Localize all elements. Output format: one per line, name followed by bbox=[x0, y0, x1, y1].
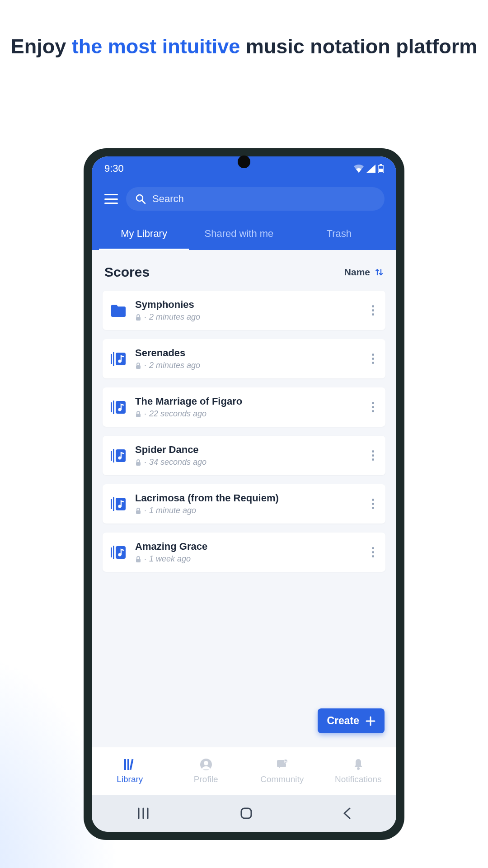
nav-community[interactable]: Community bbox=[244, 747, 320, 795]
item-body: The Marriage of Figaro·22 seconds ago bbox=[135, 396, 359, 419]
svg-point-38 bbox=[357, 767, 360, 770]
folder-icon bbox=[110, 302, 127, 319]
status-time: 9:30 bbox=[104, 163, 124, 175]
list-item[interactable]: Spider Dance·34 seconds ago bbox=[103, 436, 385, 475]
tab-trash[interactable]: Trash bbox=[289, 218, 389, 250]
signal-icon bbox=[366, 165, 375, 173]
section-title: Scores bbox=[104, 264, 150, 280]
item-body: Amazing Grace·1 week ago bbox=[135, 541, 359, 564]
item-time: 1 week ago bbox=[149, 554, 191, 564]
headline-part2: music notation platform bbox=[240, 35, 477, 58]
android-nav-bar bbox=[92, 795, 396, 832]
svg-rect-15 bbox=[136, 414, 141, 417]
sort-button[interactable]: Name bbox=[344, 267, 384, 278]
item-menu-button[interactable] bbox=[367, 450, 378, 461]
item-time: 2 minutes ago bbox=[149, 312, 200, 322]
item-meta: ·22 seconds ago bbox=[135, 409, 359, 419]
list-item[interactable]: Serenades·2 minutes ago bbox=[103, 339, 385, 378]
item-body: Symphonies·2 minutes ago bbox=[135, 299, 359, 322]
svg-rect-16 bbox=[111, 451, 112, 461]
list-item[interactable]: Amazing Grace·1 week ago bbox=[103, 533, 385, 572]
item-time: 2 minutes ago bbox=[149, 361, 200, 370]
meta-separator: · bbox=[144, 506, 146, 515]
item-body: Spider Dance·34 seconds ago bbox=[135, 444, 359, 467]
item-meta: ·2 minutes ago bbox=[135, 361, 359, 370]
sort-icon bbox=[375, 268, 384, 277]
list-item[interactable]: Symphonies·2 minutes ago bbox=[103, 291, 385, 330]
score-icon bbox=[110, 399, 127, 416]
list-item[interactable]: The Marriage of Figaro·22 seconds ago bbox=[103, 387, 385, 427]
tab-shared-with-me[interactable]: Shared with me bbox=[189, 218, 289, 250]
nav-library-label: Library bbox=[117, 774, 143, 784]
nav-profile[interactable]: Profile bbox=[168, 747, 244, 795]
create-button[interactable]: Create bbox=[318, 708, 385, 733]
headline-part1: Enjoy bbox=[11, 35, 72, 58]
android-recent-icon[interactable] bbox=[136, 807, 150, 819]
svg-rect-20 bbox=[136, 462, 141, 466]
svg-rect-33 bbox=[130, 759, 134, 769]
meta-separator: · bbox=[144, 554, 146, 564]
plus-icon bbox=[366, 716, 375, 726]
item-meta: ·1 week ago bbox=[135, 554, 359, 564]
svg-rect-17 bbox=[113, 449, 114, 462]
svg-rect-7 bbox=[113, 352, 114, 366]
item-menu-button[interactable] bbox=[367, 547, 378, 558]
item-menu-button[interactable] bbox=[367, 402, 378, 413]
svg-point-3 bbox=[136, 195, 143, 201]
item-body: Lacrimosa (from the Requiem)·1 minute ag… bbox=[135, 492, 359, 515]
item-menu-button[interactable] bbox=[367, 354, 378, 364]
tab-my-library[interactable]: My Library bbox=[99, 218, 189, 250]
android-back-icon[interactable] bbox=[343, 807, 352, 820]
phone-frame: 9:30 Search My Library Shared with me bbox=[84, 148, 404, 840]
lock-icon bbox=[135, 362, 141, 369]
item-time: 22 seconds ago bbox=[149, 409, 206, 419]
svg-line-4 bbox=[142, 201, 145, 203]
svg-rect-11 bbox=[111, 402, 112, 412]
app-header: Search My Library Shared with me Trash bbox=[92, 181, 396, 250]
item-title: Symphonies bbox=[135, 299, 359, 311]
search-input[interactable]: Search bbox=[126, 187, 385, 211]
lock-icon bbox=[135, 314, 141, 321]
item-title: Serenades bbox=[135, 347, 359, 359]
svg-rect-42 bbox=[241, 808, 251, 818]
nav-notifications-label: Notifications bbox=[335, 774, 382, 784]
menu-button[interactable] bbox=[104, 194, 118, 204]
search-icon bbox=[135, 193, 146, 204]
score-icon bbox=[110, 447, 127, 464]
item-title: Spider Dance bbox=[135, 444, 359, 456]
svg-rect-5 bbox=[136, 317, 141, 321]
profile-icon bbox=[200, 758, 212, 771]
nav-community-label: Community bbox=[260, 774, 304, 784]
phone-camera-notch bbox=[238, 156, 250, 168]
meta-separator: · bbox=[144, 409, 146, 419]
phone-screen: 9:30 Search My Library Shared with me bbox=[92, 156, 396, 832]
svg-rect-10 bbox=[136, 365, 141, 369]
meta-separator: · bbox=[144, 361, 146, 370]
svg-point-35 bbox=[204, 761, 208, 765]
item-title: Lacrimosa (from the Requiem) bbox=[135, 492, 359, 504]
create-label: Create bbox=[327, 715, 359, 727]
nav-notifications[interactable]: Notifications bbox=[320, 747, 397, 795]
android-home-icon[interactable] bbox=[240, 807, 253, 820]
svg-rect-27 bbox=[113, 546, 114, 559]
score-icon bbox=[110, 544, 127, 561]
lock-icon bbox=[135, 556, 141, 563]
lock-icon bbox=[135, 410, 141, 418]
meta-separator: · bbox=[144, 458, 146, 467]
item-body: Serenades·2 minutes ago bbox=[135, 347, 359, 370]
item-menu-button[interactable] bbox=[367, 305, 378, 316]
svg-rect-6 bbox=[111, 354, 112, 364]
item-meta: ·1 minute ago bbox=[135, 506, 359, 515]
item-title: The Marriage of Figaro bbox=[135, 396, 359, 407]
library-icon bbox=[123, 758, 136, 771]
svg-rect-25 bbox=[136, 510, 141, 514]
svg-rect-12 bbox=[113, 401, 114, 414]
svg-rect-31 bbox=[124, 759, 126, 770]
lock-icon bbox=[135, 459, 141, 466]
headline-accent: the most intuitive bbox=[72, 35, 240, 58]
list-item[interactable]: Lacrimosa (from the Requiem)·1 minute ag… bbox=[103, 484, 385, 524]
nav-library[interactable]: Library bbox=[92, 747, 168, 795]
svg-rect-32 bbox=[127, 759, 129, 770]
item-menu-button[interactable] bbox=[367, 499, 378, 509]
item-time: 1 minute ago bbox=[149, 506, 196, 515]
